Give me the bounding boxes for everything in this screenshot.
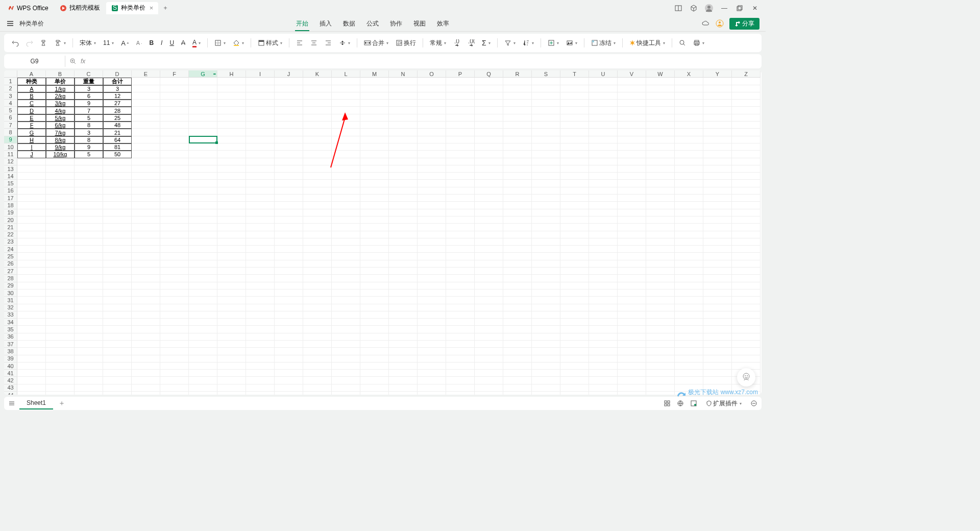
cell-J32[interactable] — [275, 304, 303, 311]
cell-D40[interactable] — [103, 363, 132, 370]
cell-Q9[interactable] — [475, 136, 503, 143]
cell-Q36[interactable] — [475, 333, 503, 341]
merge-cells-button[interactable]: 合并 — [361, 37, 391, 49]
cell-A36[interactable] — [17, 333, 46, 341]
cell-J12[interactable] — [275, 158, 303, 165]
cell-C6[interactable]: 5 — [75, 114, 103, 122]
cell-J36[interactable] — [275, 333, 303, 341]
cell-V6[interactable] — [618, 114, 646, 122]
cell-E19[interactable] — [132, 209, 160, 216]
cell-T43[interactable] — [560, 384, 589, 392]
cell-Z8[interactable] — [732, 129, 761, 136]
increase-font-button[interactable]: A+ — [118, 38, 131, 49]
cell-O21[interactable] — [418, 224, 446, 231]
cell-W28[interactable] — [646, 275, 675, 282]
cell-K1[interactable] — [303, 78, 332, 85]
cell-M2[interactable] — [360, 85, 389, 92]
cell-K42[interactable] — [303, 377, 332, 384]
cell-U33[interactable] — [589, 311, 618, 319]
cell-Z2[interactable] — [732, 85, 761, 92]
cell-R2[interactable] — [503, 85, 532, 92]
cell-X16[interactable] — [675, 187, 703, 195]
cell-O28[interactable] — [418, 275, 446, 282]
tab-wps-office[interactable]: WPS Office — [2, 2, 54, 14]
cell-C44[interactable] — [75, 392, 103, 395]
cell-S7[interactable] — [532, 122, 560, 129]
cell-A5[interactable]: D — [17, 107, 46, 114]
cell-L39[interactable] — [332, 355, 360, 363]
font-size-select[interactable]: 11 — [101, 38, 116, 48]
cell-V24[interactable] — [618, 246, 646, 253]
cell-D21[interactable] — [103, 224, 132, 231]
cell-F35[interactable] — [160, 326, 189, 333]
cell-A25[interactable] — [17, 253, 46, 260]
cell-T37[interactable] — [560, 341, 589, 348]
cell-E35[interactable] — [132, 326, 160, 333]
cell-E1[interactable] — [132, 78, 160, 85]
cell-T25[interactable] — [560, 253, 589, 260]
cell-E24[interactable] — [132, 246, 160, 253]
cell-S8[interactable] — [532, 129, 560, 136]
cell-N1[interactable] — [389, 78, 418, 85]
cell-U22[interactable] — [589, 231, 618, 238]
cell-Q33[interactable] — [475, 311, 503, 319]
cell-U43[interactable] — [589, 384, 618, 392]
cell-M31[interactable] — [360, 297, 389, 304]
cell-I9[interactable] — [246, 136, 275, 143]
cell-Q23[interactable] — [475, 238, 503, 246]
cell-Q32[interactable] — [475, 304, 503, 311]
cell-V43[interactable] — [618, 384, 646, 392]
cell-M32[interactable] — [360, 304, 389, 311]
cell-E30[interactable] — [132, 289, 160, 297]
row-header-12[interactable]: 12 — [4, 158, 17, 165]
cell-S20[interactable] — [532, 216, 560, 224]
cell-Y36[interactable] — [703, 333, 732, 341]
cell-Y21[interactable] — [703, 224, 732, 231]
cell-Z35[interactable] — [732, 326, 761, 333]
cell-H9[interactable] — [217, 136, 246, 143]
cell-N15[interactable] — [389, 180, 418, 187]
cell-I17[interactable] — [246, 195, 275, 202]
cell-B10[interactable]: 9/kg — [46, 143, 75, 151]
cell-G34[interactable] — [189, 319, 217, 326]
col-header-B[interactable]: B — [46, 70, 75, 78]
cell-H18[interactable] — [217, 202, 246, 209]
cell-R11[interactable] — [503, 151, 532, 158]
cell-X34[interactable] — [675, 319, 703, 326]
cell-A17[interactable] — [17, 195, 46, 202]
col-header-K[interactable]: K — [303, 70, 332, 78]
search-button[interactable] — [676, 38, 689, 48]
fill-color-button[interactable] — [230, 38, 247, 48]
cell-M8[interactable] — [360, 129, 389, 136]
cell-L37[interactable] — [332, 341, 360, 348]
cell-G20[interactable] — [189, 216, 217, 224]
cell-G16[interactable] — [189, 187, 217, 195]
cell-R5[interactable] — [503, 107, 532, 114]
cell-L21[interactable] — [332, 224, 360, 231]
cell-U13[interactable] — [589, 165, 618, 173]
row-header-21[interactable]: 21 — [4, 224, 17, 231]
cell-J13[interactable] — [275, 165, 303, 173]
cell-O23[interactable] — [418, 238, 446, 246]
cell-Q8[interactable] — [475, 129, 503, 136]
cell-D23[interactable] — [103, 238, 132, 246]
cell-C1[interactable]: 重量 — [75, 78, 103, 85]
cell-N20[interactable] — [389, 216, 418, 224]
cell-O4[interactable] — [418, 100, 446, 107]
cell-J4[interactable] — [275, 100, 303, 107]
cell-O36[interactable] — [418, 333, 446, 341]
cell-O16[interactable] — [418, 187, 446, 195]
cell-H7[interactable] — [217, 122, 246, 129]
cell-U21[interactable] — [589, 224, 618, 231]
row-header-36[interactable]: 36 — [4, 333, 17, 341]
cell-Q16[interactable] — [475, 187, 503, 195]
cell-W12[interactable] — [646, 158, 675, 165]
cell-P36[interactable] — [446, 333, 475, 341]
cell-P15[interactable] — [446, 180, 475, 187]
cell-O35[interactable] — [418, 326, 446, 333]
cell-D17[interactable] — [103, 195, 132, 202]
cell-M6[interactable] — [360, 114, 389, 122]
cell-A39[interactable] — [17, 355, 46, 363]
cell-H44[interactable] — [217, 392, 246, 395]
cell-S19[interactable] — [532, 209, 560, 216]
